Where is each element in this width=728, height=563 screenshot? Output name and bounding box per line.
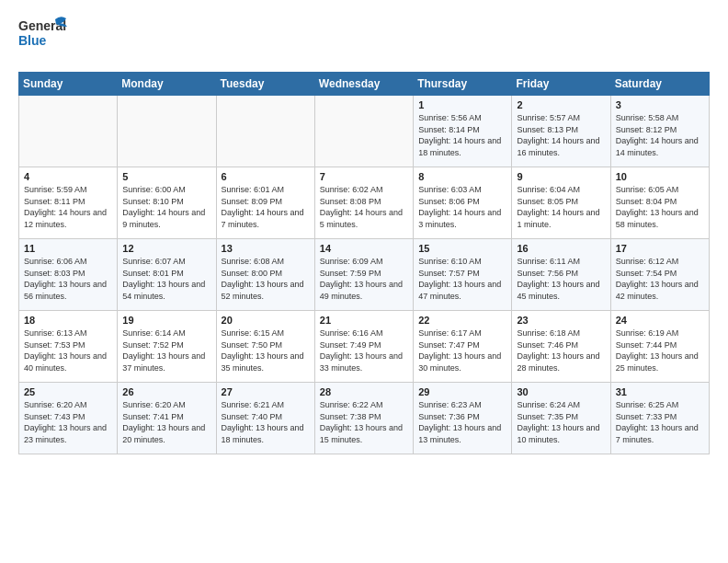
calendar-week-row: 11Sunrise: 6:06 AMSunset: 8:03 PMDayligh… (19, 239, 710, 311)
col-friday: Friday (512, 73, 610, 96)
cell-content: Sunrise: 6:03 AMSunset: 8:06 PMDaylight:… (418, 185, 501, 229)
calendar-cell: 27Sunrise: 6:21 AMSunset: 7:40 PMDayligh… (216, 383, 314, 454)
calendar-cell: 15Sunrise: 6:10 AMSunset: 7:57 PMDayligh… (414, 239, 512, 311)
cell-content: Sunrise: 6:11 AMSunset: 7:56 PMDaylight:… (517, 257, 599, 301)
calendar-cell: 14Sunrise: 6:09 AMSunset: 7:59 PMDayligh… (314, 239, 413, 311)
day-number: 19 (122, 315, 210, 326)
calendar-cell (19, 96, 118, 167)
cell-content: Sunrise: 6:10 AMSunset: 7:57 PMDaylight:… (418, 257, 501, 301)
calendar-cell: 24Sunrise: 6:19 AMSunset: 7:44 PMDayligh… (610, 311, 709, 383)
day-number: 14 (320, 243, 408, 254)
day-number: 16 (517, 243, 605, 254)
cell-content: Sunrise: 6:20 AMSunset: 7:43 PMDaylight:… (24, 400, 107, 444)
day-number: 22 (418, 315, 506, 326)
calendar-cell: 16Sunrise: 6:11 AMSunset: 7:56 PMDayligh… (512, 239, 610, 311)
day-number: 21 (320, 315, 408, 326)
cell-content: Sunrise: 6:00 AMSunset: 8:10 PMDaylight:… (122, 185, 205, 229)
cell-content: Sunrise: 6:13 AMSunset: 7:53 PMDaylight:… (24, 328, 107, 373)
cell-content: Sunrise: 6:15 AMSunset: 7:50 PMDaylight:… (222, 328, 304, 373)
day-number: 8 (418, 171, 506, 182)
calendar-cell: 20Sunrise: 6:15 AMSunset: 7:50 PMDayligh… (216, 311, 314, 383)
calendar-week-row: 18Sunrise: 6:13 AMSunset: 7:53 PMDayligh… (19, 311, 710, 383)
calendar-cell (118, 96, 216, 167)
calendar-cell (314, 96, 413, 167)
calendar-cell: 10Sunrise: 6:05 AMSunset: 8:04 PMDayligh… (610, 167, 709, 239)
svg-text:Blue: Blue (18, 33, 47, 48)
col-thursday: Thursday (414, 73, 512, 96)
calendar-cell: 3Sunrise: 5:58 AMSunset: 8:12 PMDaylight… (610, 96, 709, 167)
cell-content: Sunrise: 6:24 AMSunset: 7:35 PMDaylight:… (517, 400, 599, 444)
day-number: 1 (418, 99, 506, 110)
day-number: 30 (517, 386, 605, 397)
cell-content: Sunrise: 6:20 AMSunset: 7:41 PMDaylight:… (122, 400, 205, 444)
day-number: 28 (320, 386, 408, 397)
cell-content: Sunrise: 6:18 AMSunset: 7:46 PMDaylight:… (517, 328, 599, 373)
day-number: 12 (122, 243, 210, 254)
day-number: 20 (222, 315, 310, 326)
cell-content: Sunrise: 6:14 AMSunset: 7:52 PMDaylight:… (122, 328, 205, 373)
cell-content: Sunrise: 5:56 AMSunset: 8:14 PMDaylight:… (418, 113, 501, 157)
cell-content: Sunrise: 6:12 AMSunset: 7:54 PMDaylight:… (616, 257, 699, 301)
cell-content: Sunrise: 6:16 AMSunset: 7:49 PMDaylight:… (320, 328, 403, 373)
day-number: 4 (24, 171, 112, 182)
logo-svg: General Blue (18, 15, 70, 59)
cell-content: Sunrise: 6:09 AMSunset: 7:59 PMDaylight:… (320, 257, 403, 301)
calendar-cell: 30Sunrise: 6:24 AMSunset: 7:35 PMDayligh… (512, 383, 610, 454)
calendar-cell: 4Sunrise: 5:59 AMSunset: 8:11 PMDaylight… (19, 167, 118, 239)
cell-content: Sunrise: 6:01 AMSunset: 8:09 PMDaylight:… (222, 185, 304, 229)
calendar-cell: 17Sunrise: 6:12 AMSunset: 7:54 PMDayligh… (610, 239, 709, 311)
header: General Blue (18, 15, 710, 63)
calendar-cell: 18Sunrise: 6:13 AMSunset: 7:53 PMDayligh… (19, 311, 118, 383)
calendar-cell: 23Sunrise: 6:18 AMSunset: 7:46 PMDayligh… (512, 311, 610, 383)
day-number: 6 (222, 171, 310, 182)
day-number: 27 (222, 386, 310, 397)
col-monday: Monday (118, 73, 216, 96)
cell-content: Sunrise: 6:17 AMSunset: 7:47 PMDaylight:… (418, 328, 501, 373)
calendar-cell: 8Sunrise: 6:03 AMSunset: 8:06 PMDaylight… (414, 167, 512, 239)
calendar-cell: 6Sunrise: 6:01 AMSunset: 8:09 PMDaylight… (216, 167, 314, 239)
day-number: 9 (517, 171, 605, 182)
calendar-cell: 19Sunrise: 6:14 AMSunset: 7:52 PMDayligh… (118, 311, 216, 383)
calendar-cell: 5Sunrise: 6:00 AMSunset: 8:10 PMDaylight… (118, 167, 216, 239)
day-number: 17 (616, 243, 704, 254)
calendar-cell: 22Sunrise: 6:17 AMSunset: 7:47 PMDayligh… (414, 311, 512, 383)
calendar-cell: 1Sunrise: 5:56 AMSunset: 8:14 PMDaylight… (414, 96, 512, 167)
calendar-week-row: 25Sunrise: 6:20 AMSunset: 7:43 PMDayligh… (19, 383, 710, 454)
calendar-cell: 11Sunrise: 6:06 AMSunset: 8:03 PMDayligh… (19, 239, 118, 311)
cell-content: Sunrise: 6:05 AMSunset: 8:04 PMDaylight:… (616, 185, 699, 229)
day-number: 2 (517, 99, 605, 110)
calendar-cell: 31Sunrise: 6:25 AMSunset: 7:33 PMDayligh… (610, 383, 709, 454)
logo: General Blue (18, 15, 70, 63)
cell-content: Sunrise: 6:19 AMSunset: 7:44 PMDaylight:… (616, 328, 699, 373)
cell-content: Sunrise: 5:59 AMSunset: 8:11 PMDaylight:… (24, 185, 107, 229)
day-number: 15 (418, 243, 506, 254)
day-number: 10 (616, 171, 704, 182)
day-number: 29 (418, 386, 506, 397)
cell-content: Sunrise: 5:57 AMSunset: 8:13 PMDaylight:… (517, 113, 599, 157)
calendar-cell: 28Sunrise: 6:22 AMSunset: 7:38 PMDayligh… (314, 383, 413, 454)
col-saturday: Saturday (610, 73, 709, 96)
day-number: 5 (122, 171, 210, 182)
calendar-cell: 7Sunrise: 6:02 AMSunset: 8:08 PMDaylight… (314, 167, 413, 239)
day-number: 23 (517, 315, 605, 326)
day-number: 26 (122, 386, 210, 397)
calendar-cell: 26Sunrise: 6:20 AMSunset: 7:41 PMDayligh… (118, 383, 216, 454)
calendar-week-row: 1Sunrise: 5:56 AMSunset: 8:14 PMDaylight… (19, 96, 710, 167)
calendar-cell: 29Sunrise: 6:23 AMSunset: 7:36 PMDayligh… (414, 383, 512, 454)
day-number: 3 (616, 99, 704, 110)
cell-content: Sunrise: 6:02 AMSunset: 8:08 PMDaylight:… (320, 185, 403, 229)
col-tuesday: Tuesday (216, 73, 314, 96)
page: General Blue Sunday Monday Tuesday Wedne… (0, 0, 728, 464)
calendar-cell: 9Sunrise: 6:04 AMSunset: 8:05 PMDaylight… (512, 167, 610, 239)
cell-content: Sunrise: 5:58 AMSunset: 8:12 PMDaylight:… (616, 113, 699, 157)
cell-content: Sunrise: 6:04 AMSunset: 8:05 PMDaylight:… (517, 185, 599, 229)
cell-content: Sunrise: 6:07 AMSunset: 8:01 PMDaylight:… (122, 257, 205, 301)
calendar-cell: 21Sunrise: 6:16 AMSunset: 7:49 PMDayligh… (314, 311, 413, 383)
day-number: 24 (616, 315, 704, 326)
cell-content: Sunrise: 6:06 AMSunset: 8:03 PMDaylight:… (24, 257, 107, 301)
cell-content: Sunrise: 6:21 AMSunset: 7:40 PMDaylight:… (222, 400, 304, 444)
calendar-table: Sunday Monday Tuesday Wednesday Thursday… (18, 72, 710, 454)
cell-content: Sunrise: 6:08 AMSunset: 8:00 PMDaylight:… (222, 257, 304, 301)
cell-content: Sunrise: 6:23 AMSunset: 7:36 PMDaylight:… (418, 400, 501, 444)
calendar-cell: 12Sunrise: 6:07 AMSunset: 8:01 PMDayligh… (118, 239, 216, 311)
